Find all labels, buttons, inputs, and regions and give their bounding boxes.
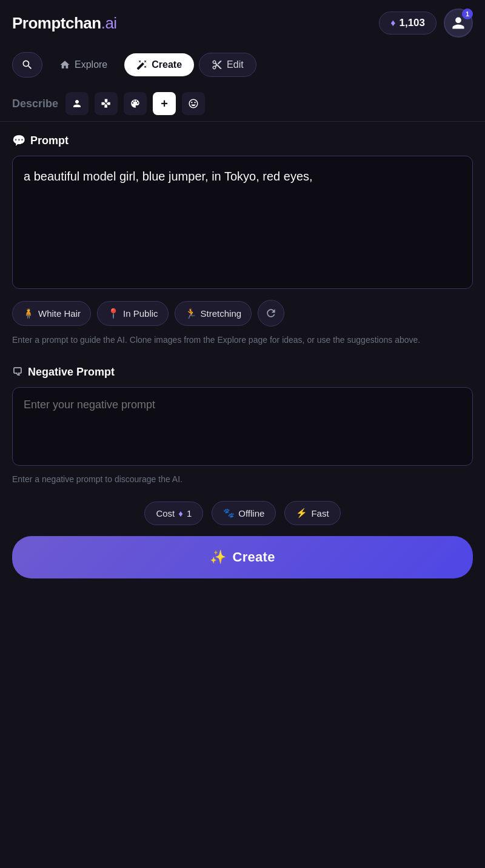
create-icon <box>136 59 147 70</box>
token-badge: ♦ 1,103 <box>379 12 436 35</box>
wand-icon: ✨ <box>210 549 226 565</box>
status-pill: 🐾 Offline <box>212 501 276 525</box>
prompt-icon: 💬 <box>12 134 25 147</box>
negative-section: 🗨 Negative Prompt Enter a negative promp… <box>12 366 473 484</box>
prompt-section-label: 💬 Prompt <box>12 134 473 147</box>
describe-add[interactable]: + <box>153 92 176 115</box>
cost-pill: Cost ♦ 1 <box>144 502 203 525</box>
explore-label: Explore <box>75 59 107 70</box>
negative-section-label: 🗨 Negative Prompt <box>12 366 473 379</box>
prompt-input[interactable]: a beautiful model girl, blue jumper, in … <box>12 156 473 289</box>
token-count: 1,103 <box>399 17 425 29</box>
speed-pill: ⚡ Fast <box>284 501 340 525</box>
describe-bar: Describe + <box>0 86 485 122</box>
offline-label: Offline <box>238 508 264 518</box>
negative-label: Negative Prompt <box>28 366 115 379</box>
negative-icon: 🗨 <box>12 366 23 379</box>
stretch-icon: 🏃 <box>185 308 197 319</box>
suggestion-stretching[interactable]: 🏃 Stretching <box>175 301 252 326</box>
suggestion-white-hair[interactable]: 🧍 White Hair <box>12 301 91 326</box>
scissors-icon <box>212 59 222 70</box>
white-hair-label: White Hair <box>38 308 81 319</box>
search-tab[interactable] <box>12 52 42 78</box>
negative-hint: Enter a negative prompt to discourage th… <box>12 474 473 484</box>
edit-label: Edit <box>227 59 244 70</box>
search-icon <box>21 59 33 71</box>
describe-icons: + <box>65 92 205 115</box>
diamond-icon: ♦ <box>390 18 395 28</box>
header-right: ♦ 1,103 1 <box>379 8 473 38</box>
refresh-icon <box>265 307 277 319</box>
art-icon <box>130 98 141 109</box>
suggestion-tags: 🧍 White Hair 📍 In Public 🏃 Stretching <box>12 300 473 326</box>
white-hair-icon: 🧍 <box>22 308 35 319</box>
suggestion-in-public[interactable]: 📍 In Public <box>97 301 169 326</box>
edit-tab[interactable]: Edit <box>199 53 256 77</box>
create-button[interactable]: ✨ Create <box>12 536 473 578</box>
logo: Promptchan.ai <box>12 14 117 33</box>
create-tab[interactable]: Create <box>124 53 194 76</box>
create-button-label: Create <box>233 549 275 565</box>
nav-tabs: Explore Create Edit <box>0 46 485 86</box>
refresh-suggestions-button[interactable] <box>258 300 284 326</box>
home-icon <box>59 59 70 70</box>
cost-bar: Cost ♦ 1 🐾 Offline ⚡ Fast <box>12 501 473 525</box>
describe-mode-5[interactable] <box>182 92 205 115</box>
in-public-label: In Public <box>123 308 158 319</box>
explore-tab[interactable]: Explore <box>47 53 119 76</box>
face-icon <box>188 98 199 109</box>
game-icon <box>101 98 112 109</box>
describe-mode-3[interactable] <box>124 92 147 115</box>
prompt-hint: Enter a prompt to guide the AI. Clone im… <box>12 334 473 346</box>
prompt-label: Prompt <box>30 134 69 147</box>
stretching-label: Stretching <box>201 308 242 319</box>
cost-diamond-icon: ♦ <box>178 508 183 518</box>
logo-suffix: .ai <box>101 14 117 32</box>
avatar-button[interactable]: 1 <box>444 8 473 38</box>
negative-prompt-input[interactable] <box>12 387 473 466</box>
header: Promptchan.ai ♦ 1,103 1 <box>0 0 485 46</box>
create-label: Create <box>152 59 182 70</box>
status-icon: 🐾 <box>223 508 235 518</box>
person-icon <box>72 98 82 109</box>
location-icon: 📍 <box>107 308 119 319</box>
cost-label: Cost <box>156 508 175 518</box>
speed-icon: ⚡ <box>296 508 307 518</box>
speed-label: Fast <box>311 508 329 518</box>
cost-value: 1 <box>187 508 192 518</box>
notification-badge: 1 <box>462 8 473 19</box>
main-content: 💬 Prompt a beautiful model girl, blue ju… <box>0 122 485 603</box>
describe-label: Describe <box>12 98 58 110</box>
describe-mode-2[interactable] <box>95 92 118 115</box>
describe-mode-1[interactable] <box>65 92 89 115</box>
